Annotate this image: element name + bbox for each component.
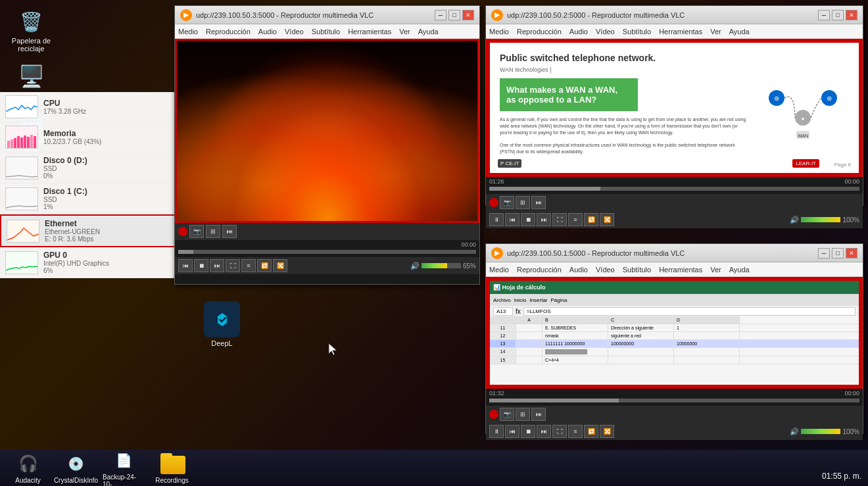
- vlc1-menu-herramientas[interactable]: Herramientas: [348, 28, 391, 36]
- vlc1-volume-bar[interactable]: [422, 263, 461, 268]
- recycle-bin-icon[interactable]: 🗑️ Papelera de reciclaje: [7, 7, 56, 55]
- fire-effect: [177, 41, 477, 221]
- vlc-window-2[interactable]: ▶ udp://239.100.50.2:5000 - Reproductor …: [485, 5, 863, 206]
- vlc3-progress-bar[interactable]: [489, 399, 859, 402]
- vlc1-menu-subtitulo[interactable]: Subtítulo: [312, 28, 340, 36]
- vlc1-maximize-btn[interactable]: □: [448, 10, 460, 20]
- vlc3-resize-btn[interactable]: ⊞: [516, 408, 530, 421]
- vlc2-next-btn[interactable]: ⏭: [537, 213, 551, 226]
- deepl-desktop-icon[interactable]: DeepL: [197, 299, 247, 349]
- vlc2-screenshot-btn[interactable]: 📷: [500, 196, 514, 209]
- vlc1-resize-btn[interactable]: ⊞: [206, 225, 220, 238]
- vlc-window-1[interactable]: ▶ udp://239.100.50.3:5000 - Reproductor …: [174, 5, 480, 285]
- vlc3-loop-btn[interactable]: 🔁: [584, 425, 598, 438]
- pace-it-logo: P CE-IT: [498, 159, 521, 168]
- vlc2-menu-subtitulo[interactable]: Subtítulo: [623, 28, 651, 36]
- vlc2-record-btn[interactable]: [489, 198, 498, 207]
- vlc2-ext-btn[interactable]: ≡: [568, 213, 583, 226]
- svg-rect-1: [11, 139, 13, 148]
- gpu-info: GPU 0 Intel(R) UHD Graphics 6%: [43, 251, 172, 274]
- taskbar-recordings[interactable]: Recordings: [151, 452, 193, 484]
- vlc2-fullscreen-btn[interactable]: ⛶: [552, 213, 567, 226]
- vlc2-volume-bar[interactable]: [801, 217, 840, 222]
- vlc2-menu-medio[interactable]: Medio: [489, 28, 509, 36]
- vlc3-fullscreen-btn[interactable]: ⛶: [552, 425, 567, 438]
- ethernet-graph: [7, 220, 39, 243]
- vlc1-ext-btn[interactable]: ≡: [241, 259, 256, 272]
- vlc1-menu-video[interactable]: Vídeo: [285, 28, 304, 36]
- vlc2-prev-btn[interactable]: ⏮: [505, 213, 519, 226]
- vlc2-close-btn[interactable]: ✕: [846, 10, 857, 20]
- vlc3-menubar: Medio Reproducción Audio Vídeo Subtítulo…: [486, 262, 863, 277]
- svg-text:⊛: ⊛: [774, 95, 779, 102]
- vlc3-menu-herramientas[interactable]: Herramientas: [659, 266, 702, 274]
- vlc1-next-btn[interactable]: ⏭: [210, 259, 224, 272]
- vlc1-step-btn[interactable]: ⏭: [222, 225, 237, 238]
- vlc1-logo: ▶: [180, 9, 192, 21]
- vlc3-menu-ayuda[interactable]: Ayuda: [729, 266, 750, 274]
- vlc2-menu-video[interactable]: Vídeo: [596, 28, 615, 36]
- vlc3-close-btn[interactable]: ✕: [846, 248, 857, 258]
- vlc1-fullscreen-btn[interactable]: ⛶: [226, 259, 240, 272]
- vlc3-maximize-btn[interactable]: □: [832, 248, 844, 258]
- taskbar-crystaldiskinfo[interactable]: 💿 CrystalDiskInfo: [55, 452, 97, 484]
- vlc2-minimize-btn[interactable]: ─: [818, 10, 830, 20]
- vlc3-volume-bar[interactable]: [801, 429, 840, 434]
- vlc1-menu-ayuda[interactable]: Ayuda: [418, 28, 439, 36]
- vlc3-next-btn[interactable]: ⏭: [537, 425, 551, 438]
- disk0-graph: [5, 157, 38, 180]
- vlc2-menu-ayuda[interactable]: Ayuda: [729, 28, 750, 36]
- vlc3-ext-btn[interactable]: ≡: [568, 425, 583, 438]
- vlc2-loop-btn[interactable]: 🔁: [584, 213, 598, 226]
- vlc-window-3[interactable]: ▶ udp://239.100.50.1:5000 - Reproductor …: [485, 243, 863, 434]
- vlc2-menu-audio[interactable]: Audio: [569, 28, 588, 36]
- vlc3-titlebar[interactable]: ▶ udp://239.100.50.1:5000 - Reproductor …: [486, 244, 863, 262]
- vlc1-minimize-btn[interactable]: ─: [435, 10, 446, 20]
- vlc3-screenshot-btn[interactable]: 📷: [500, 408, 514, 421]
- vlc1-record-btn[interactable]: [178, 227, 187, 236]
- vlc3-record-btn[interactable]: [489, 410, 498, 419]
- slide-body: What makes a WAN a WAN,as opposed to a L…: [500, 78, 849, 155]
- vlc1-close-btn[interactable]: ✕: [462, 10, 474, 20]
- vlc2-play-btn[interactable]: ⏸: [489, 213, 504, 226]
- vlc3-minimize-btn[interactable]: ─: [818, 248, 830, 258]
- vlc1-progress-bar[interactable]: [178, 250, 476, 254]
- vlc2-menu-ver[interactable]: Ver: [710, 28, 721, 36]
- vlc1-menu-audio[interactable]: Audio: [258, 28, 277, 36]
- vlc3-step-btn[interactable]: ⏭: [531, 408, 546, 421]
- vlc1-menu-medio[interactable]: Medio: [178, 28, 198, 36]
- vlc3-menu-reproduccion[interactable]: Reproducción: [517, 266, 562, 274]
- vlc1-shuffle-btn[interactable]: 🔀: [273, 259, 287, 272]
- vlc2-stop-btn[interactable]: ⏹: [521, 213, 535, 226]
- vlc1-stop-btn[interactable]: ⏹: [194, 259, 208, 272]
- disk1-graph: [5, 187, 38, 210]
- vlc2-titlebar[interactable]: ▶ udp://239.100.50.2:5000 - Reproductor …: [486, 6, 863, 24]
- vlc3-menu-medio[interactable]: Medio: [489, 266, 509, 274]
- vlc1-menu-ver[interactable]: Ver: [399, 28, 410, 36]
- vlc1-screenshot-btn[interactable]: 📷: [189, 225, 204, 238]
- vlc2-shuffle-btn[interactable]: 🔀: [600, 213, 614, 226]
- vlc2-menu-herramientas[interactable]: Herramientas: [659, 28, 702, 36]
- vlc3-shuffle-btn[interactable]: 🔀: [600, 425, 614, 438]
- vlc2-menu-reproduccion[interactable]: Reproducción: [517, 28, 562, 36]
- vlc3-play-btn[interactable]: ⏸: [489, 425, 504, 438]
- excel-cell-ref: A13: [493, 307, 513, 316]
- vlc1-titlebar[interactable]: ▶ udp://239.100.50.3:5000 - Reproductor …: [175, 6, 479, 24]
- vlc3-prev-btn[interactable]: ⏮: [505, 425, 519, 438]
- vlc2-step-btn[interactable]: ⏭: [531, 196, 546, 209]
- vlc2-maximize-btn[interactable]: □: [832, 10, 844, 20]
- row-2-d: [674, 332, 740, 339]
- taskbar-audacity[interactable]: 🎧 Audacity: [7, 452, 49, 484]
- vlc2-resize-btn[interactable]: ⊞: [516, 196, 530, 209]
- vlc3-menu-video[interactable]: Vídeo: [596, 266, 615, 274]
- vlc3-menu-audio[interactable]: Audio: [569, 266, 588, 274]
- vlc1-loop-btn[interactable]: 🔁: [257, 259, 272, 272]
- vlc1-menu-reproduccion[interactable]: Reproducción: [206, 28, 251, 36]
- row-1-c: Dirección a siguiente: [608, 324, 674, 331]
- taskbar-backup[interactable]: 📄 Backup-24-10-...: [103, 449, 145, 487]
- vlc2-progress-bar[interactable]: [489, 187, 859, 191]
- vlc3-stop-btn[interactable]: ⏹: [521, 425, 535, 438]
- vlc1-prev-btn[interactable]: ⏮: [178, 259, 193, 272]
- vlc3-menu-ver[interactable]: Ver: [710, 266, 721, 274]
- vlc3-menu-subtitulo[interactable]: Subtítulo: [623, 266, 651, 274]
